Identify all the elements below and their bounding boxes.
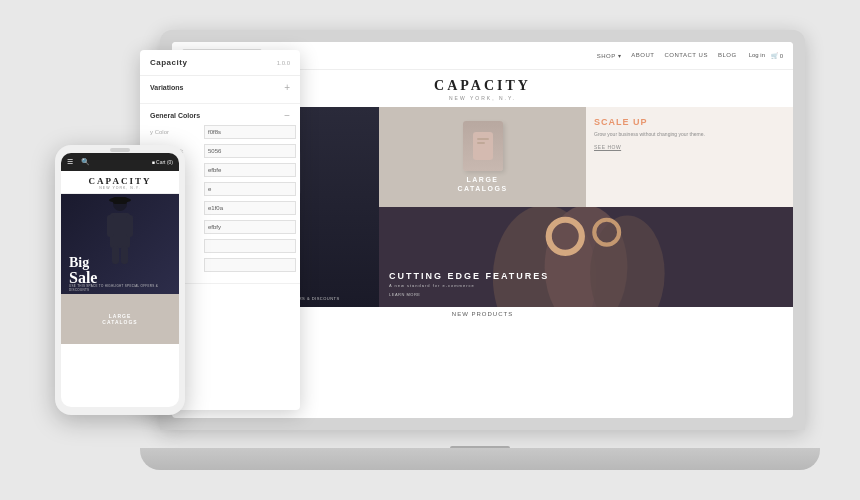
add-variation-button[interactable]: + [284,82,290,93]
svg-rect-9 [477,138,489,140]
mobile-catalog-text: LARGE CATALOGS [102,313,137,325]
mobile-logo: CAPACITY [61,176,179,186]
cart-icon[interactable]: 🛒 0 [771,52,783,59]
svg-rect-24 [113,197,127,204]
mobile-catalog-row: LARGE CATALOGS [61,294,179,344]
variations-title: Variations [150,84,183,91]
mobile-device: ☰ 🔍 ■ Cart (0) CAPACITY NEW YORK, N.Y. [55,145,185,415]
nav-blog[interactable]: BLOG [718,52,737,59]
scale-up-link[interactable]: SEE HOW [594,144,785,150]
mobile-person-svg [105,196,135,266]
color-input-4[interactable] [204,182,296,196]
nav-shop[interactable]: SHOP ▾ [597,52,622,59]
cutting-edge-link[interactable]: LEARN MORE [389,292,549,297]
cutting-edge-cell: CUTTING EDGE FEATURES A new standard for… [379,207,793,307]
scene: 🔍 Search SHOP ▾ ABOUT CONTACT US BLOG Lo… [0,0,860,500]
cutting-edge-text: CUTTING EDGE FEATURES A new standard for… [389,271,549,297]
color-input-3[interactable] [204,163,296,177]
mobile-screen: ☰ 🔍 ■ Cart (0) CAPACITY NEW YORK, N.Y. [61,153,179,407]
colors-title: General Colors [150,112,200,119]
mobile-logo-area: CAPACITY NEW YORK, N.Y. [61,171,179,194]
color-input-6[interactable] [204,220,296,234]
nav-right: Log in 🛒 0 [749,52,783,59]
color-input-2[interactable] [204,144,296,158]
mobile-hero-text: Big Sale [69,256,97,286]
catalog-label: LARGE CATALOGS [457,175,507,193]
color-input-7[interactable] [204,239,296,253]
hamburger-icon[interactable]: ☰ [67,158,73,166]
svg-rect-19 [107,215,114,237]
svg-rect-21 [112,246,119,264]
nav-about[interactable]: ABOUT [631,52,654,59]
color-input-5[interactable] [204,201,296,215]
catalog-cell: LARGE CATALOGS [379,107,586,207]
color-input-8[interactable] [204,258,296,272]
catalog-card [463,121,503,171]
mobile-notch [110,148,130,152]
mobile-hero-caption: USE THIS SPACE TO HIGHLIGHT SPECIAL OFFE… [69,284,175,292]
nav-contact[interactable]: CONTACT US [664,52,707,59]
laptop-base [140,448,820,470]
mobile-hero: Big Sale USE THIS SPACE TO HIGHLIGHT SPE… [61,194,179,294]
mobile-cart[interactable]: ■ Cart (0) [152,159,173,165]
color-input-1[interactable] [204,125,296,139]
admin-title: Capacity [150,58,187,67]
minus-icon[interactable]: − [284,110,290,121]
scale-up-title: SCALE UP [594,117,785,127]
colors-header: General Colors − [150,110,290,121]
admin-variations-section: Variations + [140,76,300,104]
login-link[interactable]: Log in [749,52,765,59]
svg-rect-22 [121,246,128,264]
mobile-search-icon[interactable]: 🔍 [81,158,90,166]
admin-version: 1.0.0 [277,60,290,66]
pocket-svg [471,130,495,162]
admin-header: Capacity 1.0.0 [140,50,300,76]
scale-up-cell: SCALE UP Grow your business without chan… [586,107,793,207]
mobile-frame: ☰ 🔍 ■ Cart (0) CAPACITY NEW YORK, N.Y. [55,145,185,415]
mobile-nav: ☰ 🔍 ■ Cart (0) [61,153,179,171]
svg-rect-10 [477,142,485,144]
scale-up-description: Grow your business without changing your… [594,131,785,138]
svg-rect-8 [473,132,493,160]
nav-links: SHOP ▾ ABOUT CONTACT US BLOG [597,52,737,59]
color-row-1: y Color [150,125,290,139]
mobile-logo-subtitle: NEW YORK, N.Y. [61,186,179,190]
svg-rect-20 [126,215,133,237]
variations-header: Variations + [150,82,290,93]
